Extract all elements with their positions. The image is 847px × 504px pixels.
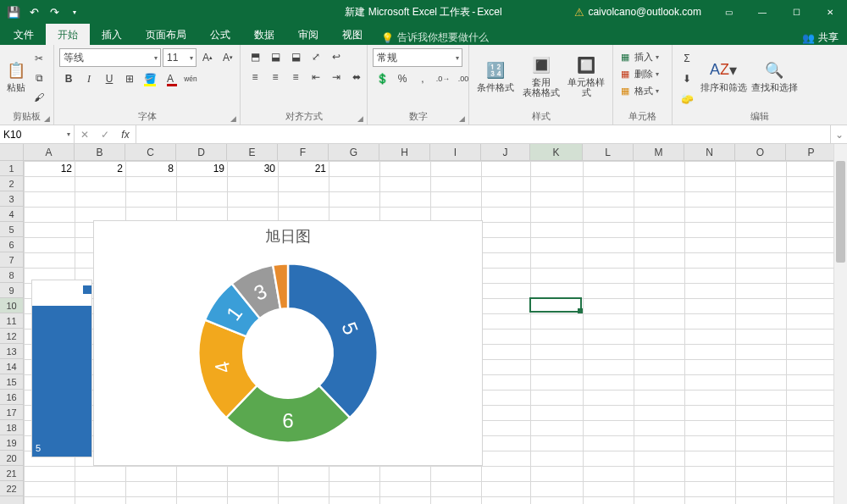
font-name-combo[interactable]: 等线▾ [59,48,161,67]
row-header-17[interactable]: 17 [0,405,23,420]
row-header-14[interactable]: 14 [0,359,23,374]
row-header-12[interactable]: 12 [0,329,23,344]
row-header-2[interactable]: 2 [0,176,23,191]
close-icon[interactable]: ✕ [813,0,847,24]
row-header-13[interactable]: 13 [0,344,23,359]
align-right-icon[interactable]: ≡ [286,69,305,86]
sort-filter-button[interactable]: AZ▾排序和筛选 [700,48,747,104]
tab-insert[interactable]: 插入 [90,24,134,45]
row-header-6[interactable]: 6 [0,237,23,252]
undo-icon[interactable]: ↶ [25,3,42,20]
align-left-icon[interactable]: ≡ [246,69,264,86]
minimize-icon[interactable]: — [745,0,779,24]
tell-me[interactable]: 💡 告诉我你想要做什么 [374,30,489,45]
col-header-E[interactable]: E [227,144,278,160]
comma-icon[interactable]: , [413,70,432,87]
account-info[interactable]: ⚠ caivolcano@outlook.com [574,6,701,19]
col-header-P[interactable]: P [786,144,837,160]
ribbon-options-icon[interactable]: ▭ [711,0,745,24]
row-header-7[interactable]: 7 [0,252,23,268]
row-header-19[interactable]: 19 [0,435,23,451]
dialog-launcher-icon[interactable]: ◢ [459,114,465,123]
tab-home[interactable]: 开始 [46,24,90,45]
tab-review[interactable]: 审阅 [286,24,330,45]
increase-indent-icon[interactable]: ⇥ [327,69,346,86]
col-header-K[interactable]: K [530,144,583,160]
find-select-button[interactable]: 🔍查找和选择 [750,48,798,104]
col-header-G[interactable]: G [329,144,379,160]
row-header-9[interactable]: 9 [0,283,23,298]
fill-icon[interactable]: ⬇ [678,70,696,87]
dialog-launcher-icon[interactable]: ◢ [357,114,363,123]
col-header-A[interactable]: A [24,144,75,160]
cell-B1[interactable]: 2 [75,161,125,176]
chart-bar-partial[interactable]: 5 [31,280,92,457]
name-box[interactable]: K10▾ [0,125,75,143]
col-header-I[interactable]: I [430,144,481,160]
row-header-5[interactable]: 5 [0,222,23,237]
qat-customize-icon[interactable]: ▾ [66,3,83,20]
border-icon[interactable]: ⊞ [120,70,139,87]
italic-button[interactable]: I [80,70,98,87]
row-header-10[interactable]: 10 [0,298,23,313]
tab-page-layout[interactable]: 页面布局 [134,24,198,45]
chart-sunburst[interactable]: 旭日图 59413 [93,220,483,466]
formula-input[interactable] [136,125,830,143]
cut-icon[interactable]: ✂ [30,50,48,67]
row-header-1[interactable]: 1 [0,161,23,176]
select-all-corner[interactable] [0,144,24,161]
number-format-combo[interactable]: 常规▾ [373,48,462,67]
increase-decimal-icon[interactable]: .0→ [434,70,452,87]
accounting-icon[interactable]: 💲 [373,70,391,87]
row-header-18[interactable]: 18 [0,420,23,435]
decrease-font-icon[interactable]: A▾ [219,49,237,66]
percent-icon[interactable]: % [393,70,412,87]
col-header-H[interactable]: H [379,144,430,160]
redo-icon[interactable]: ↷ [46,3,63,20]
font-color-icon[interactable]: A [161,70,180,87]
col-header-M[interactable]: M [634,144,684,160]
col-header-F[interactable]: F [278,144,329,160]
row-header-22[interactable]: 22 [0,481,23,496]
row-header-11[interactable]: 11 [0,313,23,329]
row-header-15[interactable]: 15 [0,374,23,390]
cell-A1[interactable]: 12 [24,161,75,176]
col-header-C[interactable]: C [125,144,176,160]
maximize-icon[interactable]: ☐ [779,0,813,24]
dialog-launcher-icon[interactable]: ◢ [230,114,236,123]
align-middle-icon[interactable]: ⬓ [266,48,285,65]
vertical-scrollbar[interactable] [833,144,847,504]
row-header-8[interactable]: 8 [0,268,23,283]
fill-color-icon[interactable]: 🪣 [141,70,159,87]
row-header-21[interactable]: 21 [0,466,23,481]
donut-segment-0[interactable] [288,264,378,418]
row-header-4[interactable]: 4 [0,207,23,222]
row-header-16[interactable]: 16 [0,390,23,405]
col-header-J[interactable]: J [481,144,530,160]
dialog-launcher-icon[interactable]: ◢ [44,114,50,123]
conditional-format-button[interactable]: 🔢条件格式 [474,48,517,104]
tab-file[interactable]: 文件 [2,24,46,45]
col-header-D[interactable]: D [176,144,227,160]
wrap-text-icon[interactable]: ↩ [327,48,346,65]
col-header-L[interactable]: L [583,144,634,160]
font-size-combo[interactable]: 11▾ [163,48,197,67]
increase-font-icon[interactable]: A▴ [198,49,217,66]
align-center-icon[interactable]: ≡ [266,69,285,86]
phonetic-icon[interactable]: wén [181,70,200,87]
autosum-icon[interactable]: Σ [678,50,696,67]
row-header-20[interactable]: 20 [0,451,23,466]
align-top-icon[interactable]: ⬒ [246,48,264,65]
paste-button[interactable]: 📋 粘贴 [5,48,26,104]
save-icon[interactable]: 💾 [5,3,22,20]
clear-icon[interactable]: 🧽 [678,91,696,108]
tab-formulas[interactable]: 公式 [198,24,242,45]
insert-cells-button[interactable]: ▦插入▾ [618,50,659,64]
expand-formula-bar-icon[interactable]: ⌄ [830,125,847,143]
row-header-3[interactable]: 3 [0,191,23,207]
format-cells-button[interactable]: ▦格式▾ [618,84,659,97]
tab-data[interactable]: 数据 [242,24,286,45]
col-header-O[interactable]: O [735,144,786,160]
format-painter-icon[interactable]: 🖌 [30,89,48,106]
col-header-N[interactable]: N [684,144,735,160]
